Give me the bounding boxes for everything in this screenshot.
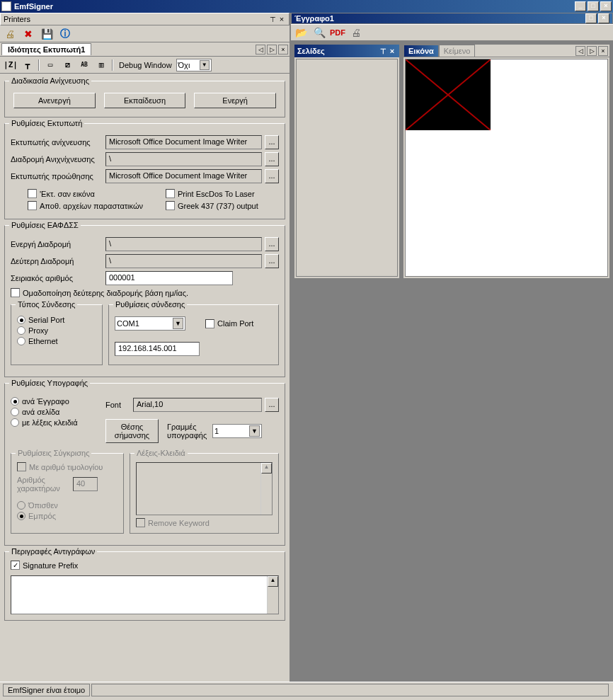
folder-open-icon[interactable]: 📂 [294,25,308,40]
tool-ruler-icon[interactable]: ┳ [20,58,35,72]
with-invoice-checkbox: Με αριθμό τιμολογίου [17,462,118,471]
tool-z-icon[interactable]: |Z| [3,58,18,72]
tab-prev-icon[interactable]: ◁ [575,46,585,56]
second-path-browse-button[interactable]: ... [265,254,279,268]
serial-port-radio[interactable]: Serial Port [17,316,96,324]
delete-icon[interactable]: ✖ [21,27,35,41]
detect-path-input[interactable]: \ [105,152,262,166]
tab-prev-icon[interactable]: ◁ [256,45,265,54]
inactive-button[interactable]: Ανενεργή [13,93,96,108]
per-doc-radio[interactable]: ανά Έγγραφο [11,397,103,406]
save-icon[interactable]: 💾 [40,27,54,41]
greek437-checkbox[interactable]: Greek 437 (737) output [166,201,279,210]
tab-next-icon[interactable]: ▷ [587,46,597,56]
active-button[interactable]: Ενεργή [194,93,276,108]
detect-path-browse-button[interactable]: ... [265,152,279,166]
chevron-down-icon[interactable]: ▼ [249,425,260,437]
properties-tab[interactable]: Ιδιότητες Εκτυπωτή1 [1,43,91,55]
pages-list[interactable] [296,59,398,277]
keywords-radio[interactable]: με λέξεις κλειδιά [11,418,103,427]
image-panel: Εικόνα Κείμενο ◁ ▷ × [403,44,610,279]
printer-icon[interactable]: 🖨 [3,27,17,41]
tab-image[interactable]: Εικόνα [403,45,439,57]
training-button[interactable]: Εκπαίδευση [104,93,186,108]
second-path-input[interactable]: \ [105,254,262,268]
print-as-image-checkbox[interactable]: 'Εκτ. σαν εικόνα [28,189,95,198]
close-button[interactable]: × [600,1,612,11]
font-input[interactable]: Arial,10 [133,398,262,412]
pdf-icon[interactable]: PDF [331,25,345,40]
properties-tab-row: Ιδιότητες Εκτυπωτή1 ◁ ▷ × [0,42,290,57]
eafdss-group: Ενεργή Διαδρομή \ ... Δεύτερη Διαδρομή \… [4,225,285,377]
serial-input[interactable]: 000001 [105,271,233,285]
copies-group: ✓Signature Prefix ▲ [4,551,285,621]
secondary-toolbar: |Z| ┳ ▭ ⧄ AB ▥ Debug Window Όχι ▼ [0,57,290,74]
zoom-icon[interactable]: 🔍 [312,25,326,40]
doc-maximize-button[interactable]: □ [585,13,597,23]
printers-panel-title: Printers [4,15,268,23]
pin-icon[interactable]: ⊤ [268,16,277,23]
pin-icon[interactable]: ⊤ [378,47,388,55]
window-title: EmfSigner [14,2,575,11]
print-icon[interactable]: 🖨 [349,25,363,40]
conn-settings-group: COM1 ▼ Claim Port 192.168.145.001 [108,304,279,365]
chevron-down-icon[interactable]: ▼ [173,318,183,329]
tab-close-icon[interactable]: × [278,45,288,54]
keywords-textarea: ▲ [136,462,273,515]
doc-close-button[interactable]: × [598,13,609,23]
status-spacer [91,684,609,696]
fwd-printer-input[interactable]: Microsoft Office Document Image Writer [105,169,262,183]
copies-textarea[interactable]: ▲ [11,575,279,614]
group-second-path-checkbox[interactable]: Ομαδοποίηση δεύτερης διαδρομής βάση ημ/ί… [11,288,188,297]
store-files-checkbox[interactable]: Αποθ. αρχείων παραστατικών [28,201,143,210]
ethernet-radio[interactable]: Ethernet [17,337,96,345]
mark-position-button[interactable]: Θέσης σήμανσης [105,419,159,443]
ip-address-input[interactable]: 192.168.145.001 [115,342,200,356]
detect-printer-input[interactable]: Microsoft Office Document Image Writer [105,135,262,149]
active-path-browse-button[interactable]: ... [265,237,279,251]
debug-window-label: Debug Window [119,61,172,69]
tool-ab-icon[interactable]: AB [76,58,92,72]
tab-next-icon[interactable]: ▷ [267,45,277,54]
detect-printer-browse-button[interactable]: ... [265,135,279,149]
tab-close-icon[interactable]: × [598,46,608,56]
com-port-select[interactable]: COM1 ▼ [115,316,185,331]
fwd-printer-label: Εκτυπωτής προώθησης [11,172,103,180]
status-text: EmfSigner είναι έτοιμο [3,684,90,696]
title-bar: EmfSigner _ □ × [0,0,613,13]
image-viewer[interactable] [405,59,608,277]
form-body: Ανενεργή Εκπαίδευση Ενεργή Εκτυπωτής ανί… [0,74,290,682]
front-radio: Εμπρός [17,512,118,520]
per-page-radio[interactable]: ανά σελίδα [11,408,103,416]
claim-port-checkbox[interactable]: Claim Port [205,319,253,328]
proxy-radio[interactable]: Proxy [17,326,96,335]
fwd-printer-browse-button[interactable]: ... [265,169,279,183]
chevron-down-icon[interactable]: ▼ [200,60,210,70]
sig-lines-select[interactable]: 1 ▼ [212,424,262,438]
font-label: Font [105,401,130,409]
font-browse-button[interactable]: ... [265,398,279,412]
minimize-button[interactable]: _ [575,1,586,11]
serial-label: Σειριακός αριθμός [11,274,103,282]
info-icon[interactable]: ⓘ [58,27,72,41]
detect-printer-label: Εκτυπωτής ανίχνευσης [11,138,103,147]
print-escdos-checkbox[interactable]: Print EscDos To Laser [166,189,279,198]
behind-radio: Όπισθεν [17,501,118,510]
active-path-input[interactable]: \ [105,237,262,251]
debug-window-dropdown[interactable]: Όχι ▼ [176,59,212,71]
tool-crossed-icon[interactable]: ⧄ [59,58,75,72]
detect-path-label: Διαδρομή Ανιχνίχνευσης [11,155,103,163]
signature-prefix-checkbox[interactable]: ✓Signature Prefix [11,561,279,570]
pages-panel: Σελίδες ⊤ × [294,44,400,279]
pages-close-icon[interactable]: × [388,47,396,55]
second-path-label: Δεύτερη Διαδρομή [11,257,103,265]
broken-image-icon [406,59,491,130]
tool-stack-icon[interactable]: ▥ [93,58,109,72]
printers-panel-header: Printers ⊤ × [0,13,290,25]
document-title: Έγγραφο1 [294,14,585,23]
compare-group: Με αριθμό τιμολογίου Αριθμός χαρακτήρων … [11,453,124,534]
tab-text[interactable]: Κείμενο [439,45,476,57]
panel-close-icon[interactable]: × [277,15,286,23]
tool-page-icon[interactable]: ▭ [42,58,58,72]
maximize-button[interactable]: □ [588,1,599,11]
